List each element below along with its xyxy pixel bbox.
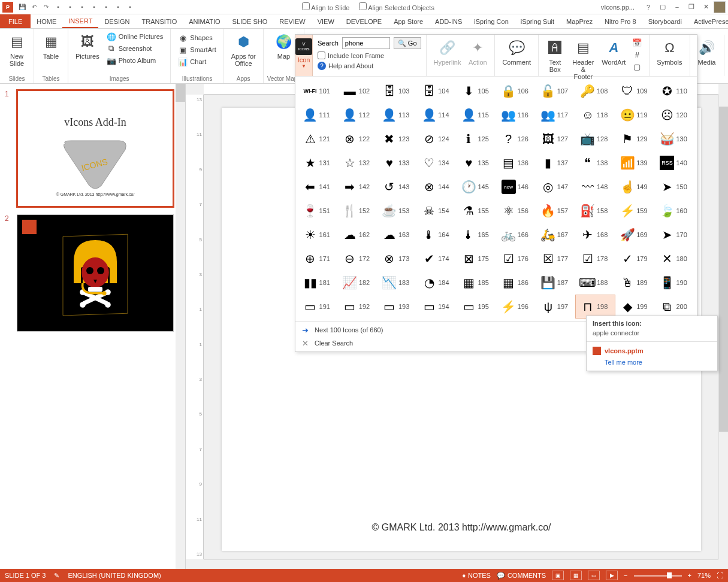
icon-cell-184[interactable]: ◔184 — [417, 271, 457, 295]
help-icon[interactable]: ? — [642, 2, 655, 13]
icon-cell-198[interactable]: ⊓198 — [575, 295, 615, 319]
icon-cell-197[interactable]: ψ197 — [536, 295, 575, 319]
tab-appstore[interactable]: App Store — [388, 14, 429, 28]
icon-cell-164[interactable]: 🌡164 — [417, 223, 457, 247]
zoom-slider[interactable] — [634, 575, 682, 577]
icon-cell-155[interactable]: ⚗155 — [457, 199, 496, 223]
icon-cell-139[interactable]: 📶139 — [615, 151, 655, 175]
icon-cell-124[interactable]: ⊘124 — [417, 127, 457, 151]
icon-cell-121[interactable]: ⚠121 — [298, 127, 337, 151]
pictures-button[interactable]: 🖼 Pictures — [72, 30, 103, 67]
icon-cell-179[interactable]: ✓179 — [615, 247, 655, 271]
tab-insert[interactable]: INSERT — [62, 14, 98, 28]
icon-cell-178[interactable]: ☑178 — [575, 247, 615, 271]
icon-cell-129[interactable]: ⚑129 — [615, 127, 655, 151]
icon-cell-200[interactable]: ⧉200 — [655, 295, 694, 319]
icon-cell-181[interactable]: ▮▮181 — [298, 271, 337, 295]
icon-cell-194[interactable]: ▭194 — [417, 295, 457, 319]
icon-cell-171[interactable]: ⊕171 — [298, 247, 337, 271]
icon-cell-107[interactable]: 🔓107 — [536, 79, 575, 103]
icon-cell-180[interactable]: ✕180 — [655, 247, 694, 271]
minimize-icon[interactable]: − — [670, 2, 684, 13]
icon-cell-112[interactable]: 👤112 — [337, 103, 377, 127]
tab-file[interactable]: FILE — [0, 14, 31, 28]
qat-btn[interactable]: ▪ — [125, 2, 135, 13]
icon-cell-163[interactable]: ☁163 — [377, 223, 416, 247]
thumbnail-scrollbar[interactable] — [176, 84, 185, 569]
fit-to-window-icon[interactable]: ⛶ — [717, 572, 723, 579]
screenshot-button[interactable]: ⧉Screenshot — [105, 43, 165, 54]
tab-nitro[interactable]: Nitro Pro 8 — [599, 14, 642, 28]
icon-cell-146[interactable]: new146 — [496, 175, 536, 199]
icon-cell-130[interactable]: 🥁130 — [655, 127, 694, 151]
align-to-slide-checkbox[interactable] — [302, 2, 310, 10]
icon-cell-133[interactable]: ♥133 — [377, 151, 416, 175]
action-button[interactable]: ✦ Action — [464, 36, 491, 68]
tab-addins[interactable]: ADD-INS — [429, 14, 468, 28]
spell-check-icon[interactable]: ✎ — [54, 572, 59, 580]
icon-cell-145[interactable]: 🕐145 — [457, 175, 496, 199]
tab-view[interactable]: VIEW — [312, 14, 340, 28]
icon-cell-103[interactable]: 🗄103 — [377, 79, 416, 103]
icon-cell-104[interactable]: 🗄104 — [417, 79, 457, 103]
tab-storyboard[interactable]: Storyboardi — [642, 14, 688, 28]
icon-cell-123[interactable]: ✖123 — [377, 127, 416, 151]
icon-cell-111[interactable]: 👤111 — [298, 103, 337, 127]
restore-icon[interactable]: ❐ — [685, 2, 698, 13]
qat-btn[interactable]: ▪ — [53, 2, 64, 13]
icon-cell-135[interactable]: ♥135 — [457, 151, 496, 175]
tab-animations[interactable]: ANIMATIO — [183, 14, 226, 28]
tab-design[interactable]: DESIGN — [98, 14, 135, 28]
tab-developer[interactable]: DEVELOPE — [340, 14, 388, 28]
icon-cell-196[interactable]: ⚡196 — [496, 295, 536, 319]
table-button[interactable]: ▦ Table — [38, 30, 64, 62]
icon-cell-173[interactable]: ⊗173 — [377, 247, 416, 271]
icon-cell-122[interactable]: ⊗122 — [337, 127, 377, 151]
icon-cell-140[interactable]: RSS140 — [655, 151, 694, 175]
icon-cell-143[interactable]: ↺143 — [377, 175, 416, 199]
sorter-view-icon[interactable]: ▦ — [570, 571, 582, 580]
icon-cell-120[interactable]: ☹120 — [655, 103, 694, 127]
media-button[interactable]: 🔊 Media — [694, 36, 720, 68]
help-icon[interactable]: ? — [318, 62, 326, 70]
icon-cell-170[interactable]: ➤170 — [655, 223, 694, 247]
text-box-button[interactable]: 🅰 Text Box — [542, 36, 567, 83]
icon-cell-174[interactable]: ✔174 — [417, 247, 457, 271]
icon-cell-183[interactable]: 📉183 — [377, 271, 416, 295]
comments-button[interactable]: 💬COMMENTS — [497, 572, 546, 580]
icon-cell-188[interactable]: ⌨188 — [575, 271, 615, 295]
ribbon-display-icon[interactable]: ▢ — [656, 2, 669, 13]
apps-for-office-button[interactable]: ⬢ Apps for Office — [228, 30, 259, 69]
icon-cell-128[interactable]: 📺128 — [575, 127, 615, 151]
icon-cell-156[interactable]: ⚛156 — [496, 199, 536, 223]
tab-ispring-suit[interactable]: iSpring Suit — [515, 14, 560, 28]
icon-cell-148[interactable]: 〰148 — [575, 175, 615, 199]
tab-transitions[interactable]: TRANSITIO — [136, 14, 183, 28]
icon-cell-192[interactable]: ▭192 — [337, 295, 377, 319]
icon-cell-106[interactable]: 🔒106 — [496, 79, 536, 103]
icon-cell-110[interactable]: ✪110 — [655, 79, 694, 103]
icon-cell-136[interactable]: ▤136 — [496, 151, 536, 175]
icon-cell-108[interactable]: 🔑108 — [575, 79, 615, 103]
tell-me-more-link[interactable]: Tell me more — [587, 357, 717, 371]
object-button[interactable]: ▢ — [631, 61, 643, 72]
icon-cell-150[interactable]: ➤150 — [655, 175, 694, 199]
symbols-button[interactable]: Ω Symbols — [653, 36, 685, 68]
icon-cell-191[interactable]: ▭191 — [298, 295, 337, 319]
qat-btn[interactable]: ▪ — [101, 2, 111, 13]
slide-thumbnail-1[interactable]: vIcons Add-In ICONS © GMARK Ltd. 2013 ht… — [17, 90, 174, 207]
icon-cell-119[interactable]: 😐119 — [615, 103, 655, 127]
tab-home[interactable]: HOME — [31, 14, 62, 28]
icon-cell-126[interactable]: ?126 — [496, 127, 536, 151]
icon-cell-127[interactable]: 🖼127 — [536, 127, 575, 151]
qat-btn[interactable]: ▪ — [65, 2, 75, 13]
icon-cell-165[interactable]: 🌡165 — [457, 223, 496, 247]
icon-cell-160[interactable]: 🍃160 — [655, 199, 694, 223]
icon-cell-176[interactable]: ☑176 — [496, 247, 536, 271]
help-about-label[interactable]: Help and About — [328, 62, 373, 69]
icon-cell-101[interactable]: WI-FI101 — [298, 79, 337, 103]
icon-cell-117[interactable]: 👥117 — [536, 103, 575, 127]
icon-cell-172[interactable]: ⊖172 — [337, 247, 377, 271]
icon-cell-137[interactable]: ▮137 — [536, 151, 575, 175]
icon-cell-132[interactable]: ☆132 — [337, 151, 377, 175]
